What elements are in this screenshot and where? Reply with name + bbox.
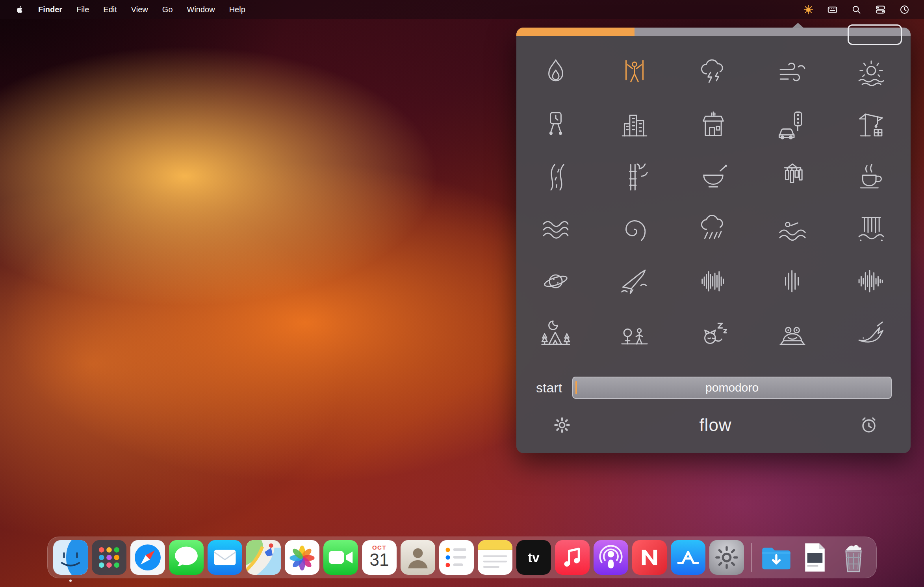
menu-item-go[interactable]: Go — [162, 5, 173, 14]
dock-item-app-store[interactable] — [671, 540, 705, 575]
dock-item-system-settings[interactable] — [709, 540, 744, 575]
sound-fire-icon[interactable] — [516, 47, 595, 99]
sound-swimming-icon[interactable] — [753, 203, 832, 255]
menu-items: FileEditViewGoWindowHelp — [76, 5, 245, 14]
sound-wind-chimes-icon[interactable] — [753, 151, 832, 203]
clock-icon[interactable] — [899, 4, 910, 15]
menu-item-help[interactable]: Help — [229, 5, 245, 14]
dock-item-tv[interactable]: tv — [516, 540, 551, 575]
desktop: Finder FileEditViewGoWindowHelp — [0, 0, 924, 587]
menu-bar: Finder FileEditViewGoWindowHelp — [0, 0, 924, 19]
sound-construction-icon[interactable] — [832, 99, 911, 151]
sound-waterfall-icon[interactable] — [832, 203, 911, 255]
dock-item-notes[interactable] — [478, 540, 512, 575]
dock-item-music[interactable] — [555, 540, 590, 575]
dock-item-photos[interactable] — [285, 540, 319, 575]
sound-frog-icon[interactable] — [753, 307, 832, 359]
flow-sun-icon[interactable] — [803, 4, 814, 15]
dock-item-contacts[interactable] — [401, 540, 435, 575]
sound-bird-icon[interactable] — [832, 307, 911, 359]
spotlight-search-icon[interactable] — [851, 4, 862, 15]
calendar-day: 31 — [370, 551, 389, 569]
menu-item-window[interactable]: Window — [187, 5, 215, 14]
sound-waves-icon[interactable] — [516, 203, 595, 255]
dock-item-trash[interactable] — [836, 540, 871, 575]
dock-item-finder[interactable] — [53, 540, 88, 575]
sound-traffic-icon[interactable] — [753, 99, 832, 151]
start-row: start pomodoro — [516, 377, 911, 399]
dock-item-reminders[interactable] — [439, 540, 474, 575]
sound-sunrise-icon[interactable] — [832, 47, 911, 99]
sound-road-icon[interactable] — [516, 151, 595, 203]
menu-item-edit[interactable]: Edit — [103, 5, 117, 14]
sound-spiral-icon[interactable] — [595, 203, 674, 255]
popover-arrow — [792, 23, 804, 28]
menu-item-view[interactable]: View — [131, 5, 148, 14]
menu-bar-left: Finder FileEditViewGoWindowHelp — [16, 5, 245, 15]
dock-item-calendar[interactable]: OCT31 — [362, 540, 397, 575]
sound-camping-icon[interactable] — [516, 307, 595, 359]
app-title: flow — [571, 415, 859, 435]
sound-grid — [516, 47, 911, 359]
dock-item-news[interactable] — [632, 540, 667, 575]
menu-bar-status — [803, 4, 910, 15]
sound-singing-bowl-icon[interactable] — [674, 151, 753, 203]
control-center-icon[interactable] — [875, 4, 886, 15]
popover-footer: flow — [516, 415, 911, 435]
dock-item-safari[interactable] — [130, 540, 165, 575]
dock: OCT31tv — [47, 537, 877, 578]
dock-item-messages[interactable] — [169, 540, 204, 575]
sound-wind-icon[interactable] — [753, 47, 832, 99]
menu-item-file[interactable]: File — [76, 5, 89, 14]
dock-item-launchpad[interactable] — [92, 540, 126, 575]
sound-coffee-icon[interactable] — [832, 151, 911, 203]
dock-item-facetime[interactable] — [323, 540, 358, 575]
session-name-value: pomodoro — [705, 381, 759, 394]
calendar-face: OCT31 — [362, 540, 397, 575]
sound-thunderstorm-icon[interactable] — [674, 47, 753, 99]
sound-restaurant-icon[interactable] — [674, 99, 753, 151]
sound-white-noise-icon[interactable] — [674, 255, 753, 307]
menu-app-name[interactable]: Finder — [38, 5, 62, 14]
text-caret — [575, 381, 577, 394]
svg-text:tv: tv — [528, 550, 540, 565]
dock-item-document[interactable] — [798, 540, 832, 575]
background-window-outline — [848, 24, 902, 45]
sound-cat-icon[interactable] — [674, 307, 753, 359]
dock-item-maps[interactable] — [246, 540, 281, 575]
apple-menu[interactable] — [16, 5, 24, 15]
sound-bamboo-icon[interactable] — [595, 151, 674, 203]
keyboard-icon[interactable] — [827, 4, 838, 15]
settings-gear-icon[interactable] — [553, 416, 571, 435]
sound-stretch-icon[interactable] — [595, 47, 674, 99]
start-label: start — [536, 380, 562, 396]
apple-logo-icon — [16, 5, 24, 15]
sound-airplane-icon[interactable] — [595, 255, 674, 307]
dock-item-podcasts[interactable] — [594, 540, 628, 575]
dock-separator — [751, 543, 752, 572]
sound-pendulum-icon[interactable] — [516, 99, 595, 151]
dock-item-mail[interactable] — [208, 540, 242, 575]
sound-brown-noise-icon[interactable] — [753, 255, 832, 307]
sound-rain-icon[interactable] — [674, 203, 753, 255]
sound-city-icon[interactable] — [595, 99, 674, 151]
sound-pink-noise-icon[interactable] — [832, 255, 911, 307]
dock-area: OCT31tv — [0, 537, 924, 578]
timer-alarm-icon[interactable] — [859, 416, 878, 435]
sound-park-icon[interactable] — [595, 307, 674, 359]
session-name-input[interactable]: pomodoro — [572, 377, 892, 399]
dock-item-downloads[interactable] — [759, 540, 794, 575]
flow-popover: start pomodoro flow — [516, 28, 911, 453]
sound-planet-icon[interactable] — [516, 255, 595, 307]
progress-fill — [516, 28, 635, 36]
